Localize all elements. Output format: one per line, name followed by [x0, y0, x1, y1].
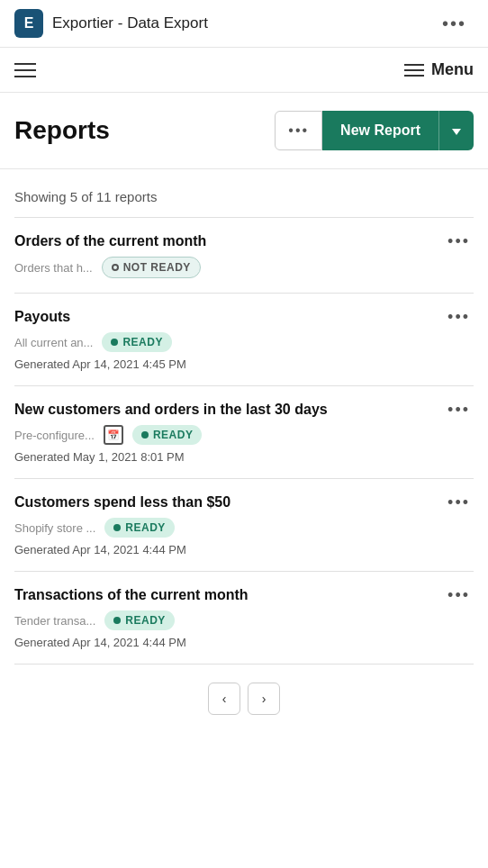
report-meta: Shopify store ...READY [14, 518, 474, 538]
header-more-button[interactable]: ••• [275, 111, 322, 150]
chevron-down-icon [452, 129, 461, 135]
report-description: Shopify store ... [14, 521, 95, 535]
report-name: Transactions of the current month [14, 586, 444, 605]
report-item: Customers spend less than $50•••Shopify … [14, 479, 474, 572]
report-item-header: New customers and orders in the last 30 … [14, 401, 474, 420]
calendar-icon: 📅 [104, 425, 123, 445]
report-item: Payouts•••All current an...READYGenerate… [14, 294, 474, 386]
status-dot-icon [113, 617, 121, 624]
status-dot-icon [113, 524, 121, 531]
report-meta: Tender transa...READY [14, 610, 474, 630]
status-badge: READY [132, 425, 203, 445]
top-bar: E Exportier - Data Export ••• [0, 0, 488, 48]
report-name: Customers spend less than $50 [14, 493, 444, 512]
menu-button[interactable]: Menu [404, 60, 474, 79]
report-item-header: Orders of the current month••• [14, 232, 474, 251]
report-item-menu-button[interactable]: ••• [444, 586, 474, 605]
report-item: Transactions of the current month•••Tend… [14, 572, 474, 665]
report-name: Orders of the current month [14, 232, 444, 251]
report-meta: Orders that h...NOT READY [14, 257, 474, 278]
status-badge: READY [104, 518, 175, 538]
menu-label: Menu [431, 60, 474, 79]
status-text: READY [125, 614, 166, 627]
report-generated-text: Generated Apr 14, 2021 4:44 PM [14, 543, 474, 556]
status-text: NOT READY [123, 261, 191, 274]
status-badge: READY [104, 610, 175, 630]
report-description: Tender transa... [14, 614, 95, 628]
report-item-menu-button[interactable]: ••• [444, 401, 474, 420]
status-badge: NOT READY [102, 257, 201, 278]
report-item-header: Customers spend less than $50••• [14, 493, 474, 512]
report-item-header: Transactions of the current month••• [14, 586, 474, 605]
menu-lines-icon [404, 64, 424, 77]
status-text: READY [122, 336, 163, 348]
status-text: READY [153, 429, 194, 441]
report-meta: All current an...READY [14, 332, 474, 352]
app-info: E Exportier - Data Export [14, 9, 208, 38]
pagination-next-button[interactable]: › [248, 683, 280, 715]
nav-bar: Menu [0, 48, 488, 93]
report-description: All current an... [14, 336, 93, 349]
app-title: Exportier - Data Export [52, 14, 208, 32]
report-item-menu-button[interactable]: ••• [444, 308, 474, 327]
report-item-menu-button[interactable]: ••• [444, 493, 474, 512]
status-dot-icon [111, 339, 118, 346]
pagination-prev-button[interactable]: ‹ [208, 683, 240, 715]
new-report-dropdown-button[interactable] [438, 111, 474, 150]
content-area: Showing 5 of 11 reports Orders of the cu… [0, 169, 488, 733]
status-text: READY [125, 521, 166, 534]
status-badge: READY [102, 332, 172, 352]
new-report-button[interactable]: New Report [322, 111, 438, 150]
header-actions: ••• New Report [275, 111, 474, 150]
app-icon: E [14, 9, 43, 38]
report-item: New customers and orders in the last 30 … [14, 386, 474, 479]
report-name: Payouts [14, 308, 444, 327]
hamburger-menu-icon[interactable] [14, 63, 36, 77]
top-bar-more-button[interactable]: ••• [435, 10, 474, 38]
report-description: Pre-configure... [14, 429, 95, 442]
report-generated-text: Generated Apr 14, 2021 4:45 PM [14, 357, 474, 371]
page-title: Reports [14, 116, 110, 145]
report-name: New customers and orders in the last 30 … [14, 401, 444, 420]
page-header: Reports ••• New Report [0, 93, 488, 169]
report-description: Orders that h... [14, 261, 93, 275]
report-list: Orders of the current month•••Orders tha… [14, 217, 474, 665]
pagination: ‹ › [14, 665, 474, 733]
report-generated-text: Generated May 1, 2021 8:01 PM [14, 450, 474, 464]
status-circle-icon [112, 264, 119, 271]
report-meta: Pre-configure...📅READY [14, 425, 474, 445]
report-item-header: Payouts••• [14, 308, 474, 327]
report-item: Orders of the current month•••Orders tha… [14, 218, 474, 294]
report-item-menu-button[interactable]: ••• [444, 232, 474, 251]
report-generated-text: Generated Apr 14, 2021 4:44 PM [14, 636, 474, 649]
status-dot-icon [141, 431, 149, 439]
showing-text: Showing 5 of 11 reports [14, 169, 474, 217]
